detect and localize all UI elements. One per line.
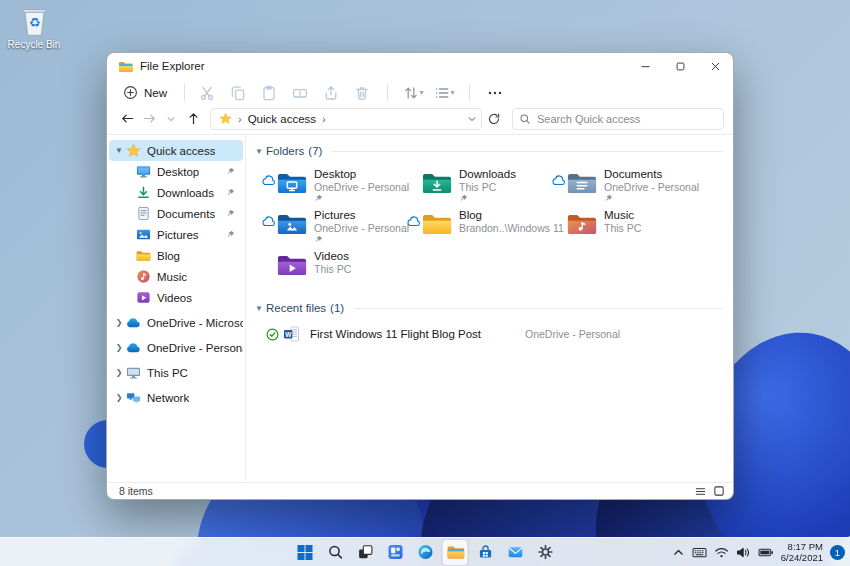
recycle-bin-shortcut[interactable]: ♻ Recycle Bin — [6, 6, 62, 50]
sidebar-item-blog[interactable]: Blog — [109, 245, 243, 266]
taskbar-settings-button[interactable] — [533, 540, 558, 565]
taskbar-file-explorer-button[interactable] — [443, 540, 468, 565]
copy-button[interactable] — [224, 82, 252, 104]
folder-tile-videos[interactable]: VideosThis PC — [260, 250, 405, 284]
taskbar-edge-button[interactable] — [413, 540, 438, 565]
sidebar-item-pictures[interactable]: Pictures — [109, 224, 243, 245]
address-dropdown-icon[interactable] — [467, 114, 477, 124]
taskbar-store-button[interactable] — [473, 540, 498, 565]
pin-icon — [314, 194, 405, 203]
taskbar-widgets-button[interactable] — [383, 540, 408, 565]
folder-name: Pictures — [314, 209, 405, 222]
sidebar-item-label: Documents — [157, 208, 215, 220]
breadcrumb[interactable]: › Quick access › — [210, 108, 482, 130]
wifi-icon[interactable] — [714, 546, 729, 559]
chevron-right-icon[interactable]: ❯ — [113, 368, 125, 377]
notification-badge[interactable]: 1 — [830, 545, 845, 560]
pictures-folder-icon — [277, 212, 307, 237]
sidebar-item-label: This PC — [147, 367, 188, 379]
chevron-right-icon[interactable]: ❯ — [113, 318, 125, 327]
folder-tile-text: BlogBrandon..\Windows 11 — [459, 209, 550, 243]
clock[interactable]: 8:17 PM 6/24/2021 — [781, 541, 823, 563]
sidebar-item-documents[interactable]: Documents — [109, 203, 243, 224]
share-button[interactable] — [317, 82, 345, 104]
sidebar-item-onedrive-microsoft[interactable]: ❯OneDrive - Microsoft — [109, 312, 243, 333]
recent-file-name: First Windows 11 Flight Blog Post — [310, 328, 525, 340]
folders-section-title: Folders — [266, 145, 304, 157]
folder-subtitle: This PC — [459, 181, 516, 193]
rename-button[interactable] — [286, 82, 314, 104]
large-icons-view-button[interactable] — [713, 485, 725, 497]
search-box[interactable] — [512, 108, 724, 130]
sidebar-item-quick-access[interactable]: ▼Quick access — [109, 140, 243, 161]
svg-text:♻: ♻ — [28, 15, 40, 30]
toolbar-separator — [184, 84, 185, 101]
sidebar-item-network[interactable]: ❯Network — [109, 387, 243, 408]
maximize-button[interactable] — [663, 53, 698, 79]
folder-tile-blog[interactable]: BlogBrandon..\Windows 11 — [405, 209, 550, 243]
sidebar-item-videos[interactable]: Videos — [109, 287, 243, 308]
folder-tile-desktop[interactable]: DesktopOneDrive - Personal — [260, 168, 405, 202]
folder-mini-icon — [135, 248, 151, 264]
new-button[interactable]: New — [117, 83, 176, 102]
breadcrumb-item-quick-access[interactable]: Quick access — [248, 113, 316, 125]
item-count: 8 items — [119, 485, 153, 497]
chevron-right-icon[interactable]: ❯ — [113, 393, 125, 402]
sidebar-item-label: OneDrive - Personal — [147, 342, 243, 354]
folder-subtitle: OneDrive - Personal — [314, 222, 405, 234]
details-view-button[interactable] — [695, 486, 706, 497]
minimize-button[interactable] — [628, 53, 663, 79]
folder-tile-downloads[interactable]: DownloadsThis PC — [405, 168, 550, 202]
folder-name: Videos — [314, 250, 351, 263]
touch-keyboard-icon[interactable] — [692, 546, 707, 559]
sidebar-item-label: Pictures — [157, 229, 199, 241]
sidebar-item-this-pc[interactable]: ❯This PC — [109, 362, 243, 383]
chevron-down-icon[interactable]: ▼ — [113, 146, 125, 155]
volume-icon[interactable] — [736, 546, 751, 559]
section-rule — [332, 151, 723, 152]
back-button[interactable] — [116, 108, 138, 130]
cut-button[interactable] — [193, 82, 221, 104]
onedrive-icon — [125, 315, 141, 331]
up-button[interactable] — [182, 108, 204, 130]
chevron-right-icon[interactable]: ❯ — [113, 343, 125, 352]
sidebar-item-downloads[interactable]: Downloads — [109, 182, 243, 203]
sidebar-item-desktop[interactable]: Desktop — [109, 161, 243, 182]
forward-button[interactable] — [138, 108, 160, 130]
sidebar-item-onedrive-personal[interactable]: ❯OneDrive - Personal — [109, 337, 243, 358]
taskbar-mail-button[interactable] — [503, 540, 528, 565]
folder-subtitle: This PC — [604, 222, 641, 234]
titlebar[interactable]: File Explorer — [107, 53, 733, 79]
cloud-slot-empty — [405, 175, 422, 202]
pin-icon — [226, 188, 235, 197]
pc-icon — [125, 365, 141, 381]
sort-button[interactable]: ▾ — [399, 82, 427, 104]
folder-tile-documents[interactable]: DocumentsOneDrive - Personal — [550, 168, 695, 202]
sidebar-item-music[interactable]: Music — [109, 266, 243, 287]
taskbar-search-button[interactable] — [323, 540, 348, 565]
more-button[interactable] — [481, 82, 509, 104]
refresh-button[interactable] — [482, 108, 506, 130]
cloud-status-icon — [405, 216, 422, 243]
battery-icon[interactable] — [758, 546, 774, 559]
documents-mini-icon — [135, 206, 151, 222]
recent-locations-button[interactable] — [160, 108, 182, 130]
recent-files-section-header[interactable]: ▼ Recent files (1) — [252, 298, 727, 318]
folder-tile-pictures[interactable]: PicturesOneDrive - Personal — [260, 209, 405, 243]
taskbar-start-button[interactable] — [293, 540, 318, 565]
taskbar-task-view-button[interactable] — [353, 540, 378, 565]
delete-button[interactable] — [348, 82, 376, 104]
breadcrumb-chevron-icon: › — [322, 113, 326, 125]
hidden-icons-chevron-icon[interactable] — [672, 546, 685, 559]
folders-section-header[interactable]: ▼ Folders (7) — [252, 141, 727, 161]
close-button[interactable] — [698, 53, 733, 79]
paste-button[interactable] — [255, 82, 283, 104]
recent-file-row[interactable]: WFirst Windows 11 Flight Blog PostOneDri… — [252, 322, 727, 346]
cloud-status-icon — [260, 216, 277, 243]
folder-tile-music[interactable]: MusicThis PC — [550, 209, 695, 243]
search-input[interactable] — [537, 113, 717, 125]
recent-files-section-count: (1) — [330, 302, 344, 314]
view-button[interactable]: ▾ — [430, 82, 458, 104]
folder-name: Desktop — [314, 168, 405, 181]
sidebar-item-label: Blog — [157, 250, 180, 262]
